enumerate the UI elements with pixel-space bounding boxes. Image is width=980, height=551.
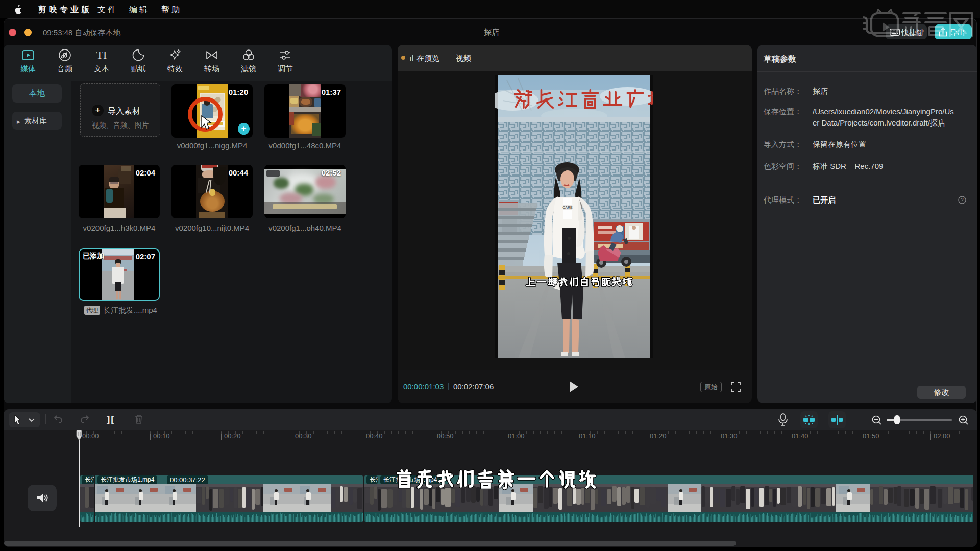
svg-text:CARE: CARE — [562, 206, 573, 209]
svg-text:TI: TI — [96, 48, 107, 61]
svg-text:?: ? — [961, 197, 964, 203]
